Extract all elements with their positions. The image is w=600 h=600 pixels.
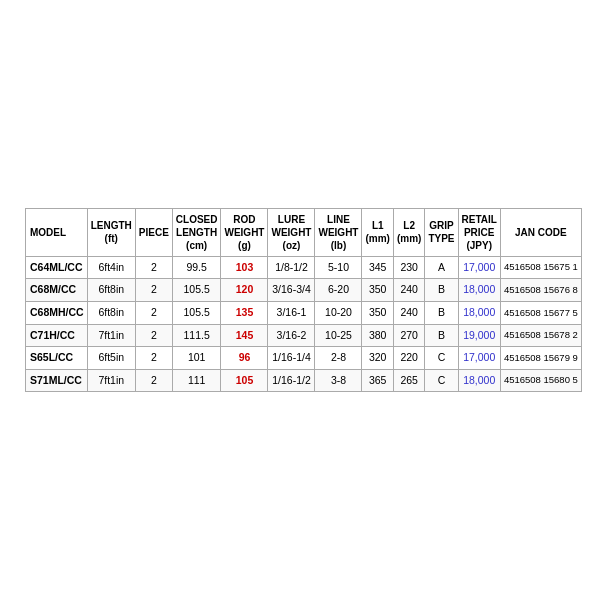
th-closed-length: CLOSEDLENGTH(cm): [172, 208, 221, 256]
th-piece: PIECE: [135, 208, 172, 256]
cell-model: C68MH/CC: [26, 301, 88, 324]
cell-lure-weight: 3/16-3/4: [268, 279, 315, 302]
cell-grip-type: B: [425, 279, 458, 302]
cell-closed-length: 101: [172, 347, 221, 370]
th-lure-weight: LUREWEIGHT(oz): [268, 208, 315, 256]
cell-model: C68M/CC: [26, 279, 88, 302]
cell-length: 7ft1in: [87, 369, 135, 392]
cell-lure-weight: 1/16-1/4: [268, 347, 315, 370]
cell-retail-price: 18,000: [458, 369, 500, 392]
th-rod-weight: RODWEIGHT(g): [221, 208, 268, 256]
cell-closed-length: 105.5: [172, 279, 221, 302]
cell-l1: 320: [362, 347, 393, 370]
table-row: S71ML/CC7ft1in21111051/16-1/23-8365265C1…: [26, 369, 582, 392]
cell-closed-length: 111.5: [172, 324, 221, 347]
table-row: C64ML/CC6ft4in299.51031/8-1/25-10345230A…: [26, 256, 582, 279]
cell-rod-weight: 135: [221, 301, 268, 324]
cell-grip-type: A: [425, 256, 458, 279]
th-grip-type: GRIPTYPE: [425, 208, 458, 256]
cell-retail-price: 17,000: [458, 347, 500, 370]
cell-jan-code: 4516508 15679 9: [500, 347, 581, 370]
cell-model: S65L/CC: [26, 347, 88, 370]
cell-grip-type: C: [425, 347, 458, 370]
cell-l2: 230: [393, 256, 424, 279]
cell-retail-price: 17,000: [458, 256, 500, 279]
cell-rod-weight: 96: [221, 347, 268, 370]
cell-model: C71H/CC: [26, 324, 88, 347]
table-row: C68MH/CC6ft8in2105.51353/16-110-20350240…: [26, 301, 582, 324]
cell-closed-length: 111: [172, 369, 221, 392]
cell-grip-type: C: [425, 369, 458, 392]
table-row: C71H/CC7ft1in2111.51453/16-210-25380270B…: [26, 324, 582, 347]
cell-l1: 345: [362, 256, 393, 279]
cell-length: 6ft8in: [87, 301, 135, 324]
th-length: LENGTH(ft): [87, 208, 135, 256]
cell-piece: 2: [135, 324, 172, 347]
cell-length: 6ft8in: [87, 279, 135, 302]
cell-length: 6ft4in: [87, 256, 135, 279]
cell-rod-weight: 145: [221, 324, 268, 347]
product-table: MODEL LENGTH(ft) PIECE CLOSEDLENGTH(cm) …: [25, 208, 582, 393]
cell-jan-code: 4516508 15677 5: [500, 301, 581, 324]
cell-retail-price: 18,000: [458, 279, 500, 302]
cell-jan-code: 4516508 15675 1: [500, 256, 581, 279]
th-jan-code: JAN CODE: [500, 208, 581, 256]
cell-line-weight: 10-20: [315, 301, 362, 324]
cell-retail-price: 18,000: [458, 301, 500, 324]
cell-piece: 2: [135, 347, 172, 370]
cell-l1: 350: [362, 279, 393, 302]
cell-rod-weight: 120: [221, 279, 268, 302]
cell-l2: 265: [393, 369, 424, 392]
cell-l1: 365: [362, 369, 393, 392]
cell-piece: 2: [135, 256, 172, 279]
cell-line-weight: 2-8: [315, 347, 362, 370]
th-l1: L1(mm): [362, 208, 393, 256]
cell-lure-weight: 1/16-1/2: [268, 369, 315, 392]
cell-line-weight: 6-20: [315, 279, 362, 302]
cell-lure-weight: 1/8-1/2: [268, 256, 315, 279]
cell-piece: 2: [135, 301, 172, 324]
cell-l2: 220: [393, 347, 424, 370]
cell-closed-length: 99.5: [172, 256, 221, 279]
cell-l1: 350: [362, 301, 393, 324]
cell-rod-weight: 105: [221, 369, 268, 392]
cell-length: 6ft5in: [87, 347, 135, 370]
cell-retail-price: 19,000: [458, 324, 500, 347]
cell-l1: 380: [362, 324, 393, 347]
cell-lure-weight: 3/16-2: [268, 324, 315, 347]
cell-length: 7ft1in: [87, 324, 135, 347]
cell-lure-weight: 3/16-1: [268, 301, 315, 324]
table-row: C68M/CC6ft8in2105.51203/16-3/46-20350240…: [26, 279, 582, 302]
cell-grip-type: B: [425, 301, 458, 324]
cell-piece: 2: [135, 369, 172, 392]
th-line-weight: LINEWEIGHT(lb): [315, 208, 362, 256]
cell-line-weight: 5-10: [315, 256, 362, 279]
cell-closed-length: 105.5: [172, 301, 221, 324]
cell-model: S71ML/CC: [26, 369, 88, 392]
th-retail-price: RETAILPRICE(JPY): [458, 208, 500, 256]
th-l2: L2(mm): [393, 208, 424, 256]
th-model: MODEL: [26, 208, 88, 256]
cell-line-weight: 3-8: [315, 369, 362, 392]
cell-jan-code: 4516508 15676 8: [500, 279, 581, 302]
cell-l2: 240: [393, 301, 424, 324]
table-row: S65L/CC6ft5in2101961/16-1/42-8320220C17,…: [26, 347, 582, 370]
cell-jan-code: 4516508 15680 5: [500, 369, 581, 392]
cell-model: C64ML/CC: [26, 256, 88, 279]
cell-piece: 2: [135, 279, 172, 302]
cell-l2: 270: [393, 324, 424, 347]
product-table-wrapper: MODEL LENGTH(ft) PIECE CLOSEDLENGTH(cm) …: [10, 198, 590, 403]
cell-jan-code: 4516508 15678 2: [500, 324, 581, 347]
cell-l2: 240: [393, 279, 424, 302]
cell-rod-weight: 103: [221, 256, 268, 279]
cell-grip-type: B: [425, 324, 458, 347]
cell-line-weight: 10-25: [315, 324, 362, 347]
